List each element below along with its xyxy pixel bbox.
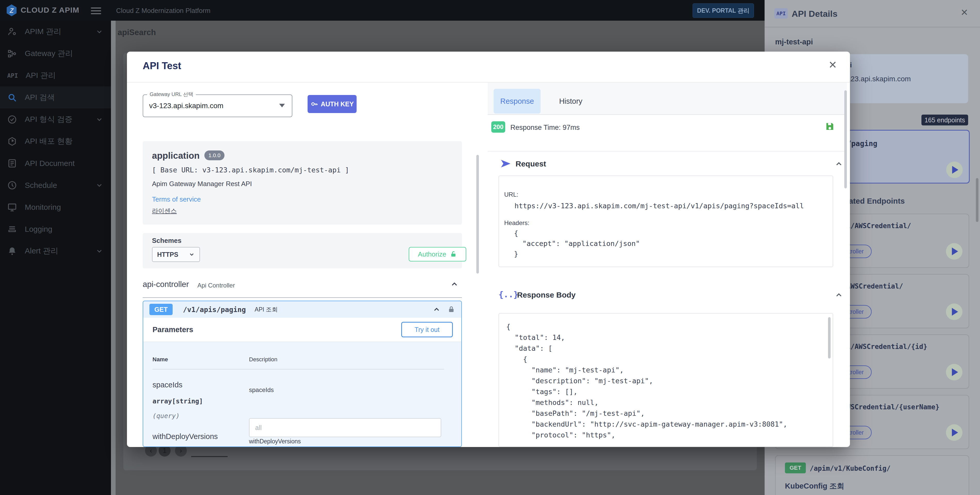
panel-scrollbar[interactable] [976,178,978,222]
tab-response[interactable]: Response [493,89,541,113]
try-it-out-button[interactable]: Try it out [401,322,453,337]
modal-close-icon[interactable]: × [829,57,837,72]
check-circle-icon [7,115,17,124]
controller-name[interactable]: api-controller [143,280,189,289]
api-info-block: application1.0.0 [ Base URL: v3-123.api.… [143,141,462,224]
cloudz-logo-icon: Z [6,3,18,17]
endpoints-count-badge: 165 endpoints [921,115,968,126]
page-size-select[interactable] [191,456,228,457]
section-divider [143,297,462,298]
gateway-url-label: Gateway URL 선택 [147,91,196,98]
play-icon [952,166,958,174]
status-code-badge: 200 [491,121,505,133]
api-description: Apim Gateway Manager Rest API [152,180,252,188]
sidebar-item-alert-mgmt[interactable]: Alert 관리 [0,240,111,262]
test-endpoint-button[interactable] [946,424,963,441]
json-line: "total": 14, [506,333,565,341]
chevron-up-icon[interactable] [450,280,459,288]
gateway-url-value: v3-123.api.skapim.com [149,102,223,110]
sidebar-item-label: Logging [25,225,52,234]
sidebar-item-label: Gateway 관리 [25,48,73,59]
param-type: array[string] [153,398,203,405]
sidebar-item-label: Schedule [25,181,57,190]
chevron-up-icon[interactable] [834,291,843,299]
schemes-value: HTTPS [157,251,178,258]
test-endpoint-button[interactable] [946,243,963,259]
schemes-select[interactable]: HTTPS [152,247,200,262]
param-name: spaceIds [153,381,183,389]
sidebar-item-label: API Document [25,159,75,168]
sidebar-item-label: Monitoring [25,203,61,212]
sidebar-item-monitoring[interactable]: Monitoring [0,196,111,218]
param-description: withDeployVersions [249,438,301,445]
schemes-label: Schemes [152,237,181,245]
test-endpoint-button[interactable] [946,162,963,178]
response-body-box[interactable]: { "total": 14, "data": [ { "name": "mj-t… [498,313,833,447]
save-icon[interactable] [825,121,835,132]
terms-of-service-link[interactable]: Terms of service [152,195,201,204]
json-line: "data": [ [506,344,552,352]
json-line: "backendUrl": "http://svc-apim-gateway-m… [506,420,787,428]
authorize-button[interactable]: Authorize [409,247,466,261]
test-endpoint-button[interactable] [946,304,963,320]
sidebar-scrollbar[interactable] [111,21,116,495]
chevron-up-icon[interactable] [433,305,441,314]
left-column-scrollbar[interactable] [476,155,479,274]
sidebar-item-api-mgmt[interactable]: API API 관리 [0,65,111,86]
panel-header: API API Details × [765,0,980,27]
tab-history[interactable]: History [553,89,589,113]
auth-key-button[interactable]: AUTH KEY [307,95,356,113]
sidebar-item-api-validation[interactable]: API 형식 검증 [0,108,111,131]
headers-line: } [514,250,518,258]
json-line: "basePath": "/mj-test-api", [506,409,644,417]
sidebar-item-label: API 검색 [25,92,55,103]
chevron-down-icon [189,251,195,258]
sidebar-item-label: API 배포 현황 [25,136,73,146]
tabs-bar [488,83,847,114]
sidebar-item-api-search[interactable]: API 검색 [0,86,111,108]
page-title: apiSearch [118,28,156,37]
parameters-bar: Parameters Try it out [143,318,461,342]
get-method-badge: GET [150,304,173,315]
play-icon [952,368,958,376]
get-operation-block: GET /v1/apis/paging API 조회 Parameters Tr… [143,301,462,447]
api-test-modal: API Test × Gateway URL 선택 v3-123.api.ska… [127,52,850,447]
operation-header[interactable]: GET /v1/apis/paging API 조회 [143,301,461,318]
key-icon [310,100,318,108]
panel-title: API Details [792,9,838,19]
url-label: URL: [504,191,519,198]
menu-toggle-icon[interactable] [91,6,101,16]
test-endpoint-button[interactable] [946,364,963,380]
license-link[interactable]: 라이센스 [152,207,177,215]
sidebar-item-label: API 형식 검증 [25,114,73,125]
right-column-scrollbar[interactable] [844,90,847,188]
sidebar-item-api-deploy-status[interactable]: API 배포 현황 [0,131,111,152]
chevron-up-icon[interactable] [834,159,843,168]
api-title: application1.0.0 [152,150,224,161]
json-line: { [506,323,511,331]
related-endpoint-card[interactable]: GET /apim/v1/KubeConfig/ KubeConfig 조회 [775,455,969,495]
unlock-icon [450,251,457,258]
sidebar-item-apim-mgmt[interactable]: APIM 관리 [0,21,111,43]
request-section-title: Request [515,159,546,168]
response-scrollbar[interactable] [828,317,830,358]
json-line: "protocol": "https", [506,431,616,439]
endpoint-summary: KubeConfig 조회 [785,481,844,492]
chevron-down-icon [95,247,103,255]
network-icon [7,49,17,59]
param-value-input[interactable]: all [249,418,441,437]
request-box: URL: https://v3-123.api.skapim.com/mj-te… [498,175,833,267]
sidebar-item-schedule[interactable]: Schedule [0,174,111,196]
lock-icon[interactable] [447,305,455,314]
sidebar-item-api-document[interactable]: API Document [0,152,111,174]
panel-close-icon[interactable]: × [961,5,968,19]
sidebar-item-logging[interactable]: Logging [0,218,111,240]
play-icon [952,308,958,316]
select-caret-icon [279,104,285,107]
app-title: CLOUD Z APIM [21,6,80,14]
column-name: Name [153,356,168,363]
tabs-divider [488,114,847,115]
sidebar-item-gateway-mgmt[interactable]: Gateway 관리 [0,43,111,65]
dev-portal-button[interactable]: DEV. PORTAL 관리 [692,3,754,18]
platform-title: Cloud Z Modernization Platform [116,7,210,15]
